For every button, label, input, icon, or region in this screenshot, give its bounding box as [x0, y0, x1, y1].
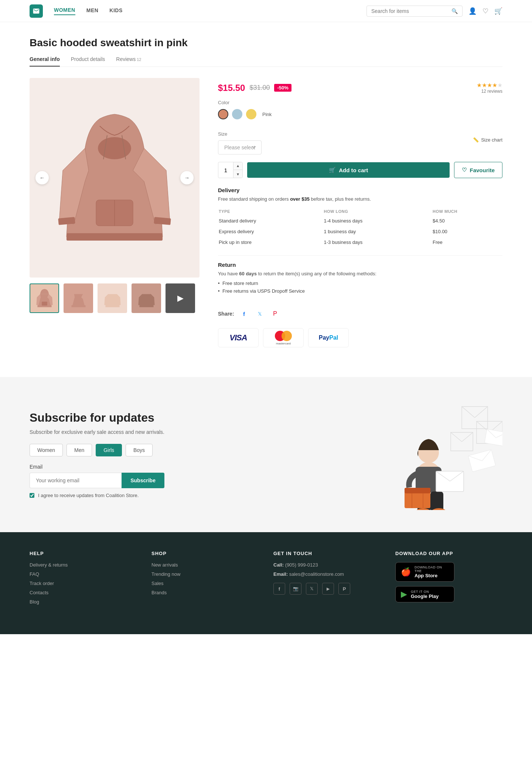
size-row: Size Please select XSSMLXLXXL 📏 Size cha… [218, 125, 502, 154]
nav-kids[interactable]: KIDS [109, 7, 122, 15]
svg-rect-26 [405, 488, 430, 493]
color-label: Color [218, 100, 502, 105]
add-to-cart-button[interactable]: 🛒 Add to cart [247, 162, 450, 178]
footer-help: HELP Delivery & returns FAQ Track order … [30, 551, 137, 608]
social-pinterest[interactable]: P [338, 583, 350, 595]
email-input[interactable] [30, 473, 122, 488]
footer-link-track[interactable]: Track order [30, 581, 137, 586]
svg-point-0 [98, 137, 131, 159]
share-label: Share: [218, 311, 234, 317]
delivery-note: Free standard shipping on orders over $3… [218, 196, 502, 202]
share-pinterest[interactable]: P [270, 308, 281, 319]
subscribe-section: Subscribe for updates Subscribe for excl… [0, 377, 532, 532]
image-next-button[interactable]: → [180, 171, 194, 184]
payment-paypal: PayPal [308, 328, 349, 347]
search-icon: 🔍 [451, 8, 458, 14]
thumbnail-1[interactable] [30, 283, 59, 313]
app-store-sub: Download on the [415, 565, 449, 573]
quantity-decrement[interactable]: ▼ [233, 170, 242, 178]
table-row: Standard delivery 1-4 business days $4.5… [219, 216, 502, 226]
consent-row: I agree to receive updates from Coalitio… [30, 493, 164, 498]
color-swatch-pink[interactable] [218, 109, 228, 119]
svg-line-11 [475, 407, 488, 418]
thumbnail-video[interactable]: ▶ [166, 283, 195, 313]
consent-label: I agree to receive updates from Coalitio… [38, 493, 139, 498]
col-price: HOW MUCH [433, 208, 502, 215]
subscribe-filters: Women Men Girls Boys [30, 444, 164, 456]
google-play-button[interactable]: ▶ GET IT ON Google Play [395, 586, 454, 602]
share-facebook[interactable]: f [239, 308, 250, 319]
tab-general[interactable]: General info [30, 56, 60, 67]
subscribe-subtitle: Subscribe for exclusive early sale acces… [30, 429, 164, 435]
footer-help-title: HELP [30, 551, 137, 556]
delivery-type-1: Express delivery [219, 227, 323, 237]
social-instagram[interactable]: 📷 [290, 583, 301, 595]
cart-icon[interactable]: 🛒 [494, 7, 502, 15]
selected-color-name: Pink [262, 112, 272, 117]
filter-men[interactable]: Men [66, 444, 92, 456]
footer-shop: SHOP New arrivals Trending now Sales Bra… [151, 551, 259, 608]
footer-link-trending[interactable]: Trending now [151, 571, 259, 577]
tab-details[interactable]: Product details [71, 56, 105, 67]
social-youtube[interactable]: ▶ [322, 583, 334, 595]
payment-mastercard: mastercard [263, 328, 304, 347]
size-label: Size [218, 131, 467, 137]
thumbnail-4[interactable] [132, 283, 161, 313]
wishlist-icon[interactable]: ♡ [482, 7, 488, 15]
quantity-input: ▲ ▼ [218, 162, 243, 178]
image-prev-button[interactable]: ← [35, 171, 49, 184]
visa-logo: VISA [229, 333, 247, 343]
svg-line-10 [462, 407, 475, 418]
footer-link-delivery[interactable]: Delivery & returns [30, 562, 137, 568]
filter-women[interactable]: Women [30, 444, 63, 456]
favourite-button[interactable]: ♡ Favourite [454, 162, 502, 178]
social-twitter[interactable]: 𝕏 [306, 583, 318, 595]
social-icons: f 📷 𝕏 ▶ P [273, 583, 381, 595]
contact-email: Email: sales@coalitionstore.com [273, 571, 381, 577]
size-select[interactable]: Please select XSSMLXLXXL [218, 140, 262, 154]
quantity-stepper: ▲ ▼ [233, 162, 242, 178]
social-facebook[interactable]: f [273, 583, 285, 595]
mastercard-label: mastercard [276, 342, 291, 345]
thumbnail-3[interactable] [98, 283, 127, 313]
table-row: Express delivery 1 business day $10.00 [219, 227, 502, 237]
contact-phone: Call: (905) 999-0123 [273, 562, 381, 568]
share-twitter[interactable]: 𝕏 [254, 308, 265, 319]
delivery-price-0: $4.50 [433, 216, 502, 226]
footer-link-brands[interactable]: Brands [151, 590, 259, 595]
nav-women[interactable]: WOMEN [54, 7, 75, 15]
color-swatch-yellow[interactable] [246, 109, 256, 119]
svg-rect-8 [42, 302, 47, 305]
filter-girls[interactable]: Girls [96, 444, 122, 456]
footer-link-faq[interactable]: FAQ [30, 571, 137, 577]
size-chart-link[interactable]: 📏 Size chart [473, 137, 502, 143]
tab-reviews[interactable]: Reviews12 [116, 56, 141, 67]
consent-checkbox[interactable] [30, 493, 34, 498]
product-layout: ← → [30, 78, 502, 347]
return-section: Return You have 60 days to return the it… [218, 255, 502, 295]
color-swatch-blue[interactable] [232, 109, 242, 119]
review-count: 12 reviews [477, 89, 502, 94]
search-input[interactable] [371, 8, 449, 14]
nav-men[interactable]: MEN [86, 7, 99, 15]
quantity-increment[interactable]: ▲ [233, 162, 242, 170]
product-info: $15.50 $31.00 -50% ★★★★★ 12 reviews Colo… [218, 78, 502, 347]
search-bar[interactable]: 🔍 [366, 6, 463, 17]
logo[interactable] [30, 4, 43, 18]
app-store-button[interactable]: 🍎 Download on the App Store [395, 562, 454, 582]
footer-app-title: DOWNLOAD OUR APP [395, 551, 502, 556]
footer-link-blog[interactable]: Blog [30, 599, 137, 605]
sale-price: $15.50 [218, 83, 245, 93]
main-nav: WOMEN MEN KIDS [54, 7, 123, 15]
email-input-row: Subscribe [30, 473, 164, 488]
footer-link-contacts[interactable]: Contacts [30, 590, 137, 595]
quantity-field[interactable] [218, 167, 233, 173]
subscribe-button[interactable]: Subscribe [122, 473, 164, 488]
list-item: Free store return [218, 279, 502, 287]
filter-boys[interactable]: Boys [126, 444, 153, 456]
thumbnail-2[interactable] [64, 283, 93, 313]
footer-link-arrivals[interactable]: New arrivals [151, 562, 259, 568]
footer-link-sales[interactable]: Sales [151, 581, 259, 586]
price-row: $15.50 $31.00 -50% ★★★★★ 12 reviews [218, 82, 502, 94]
user-icon[interactable]: 👤 [468, 7, 477, 15]
